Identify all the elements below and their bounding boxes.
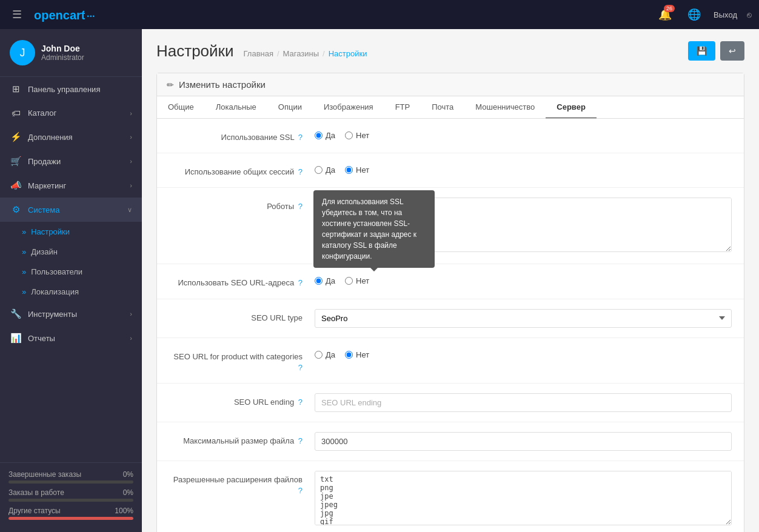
label-shared-sessions: Использование общих сессий ? xyxy=(169,163,303,178)
page-title-area: Настройки Главная / Магазины / Настройки xyxy=(156,42,367,61)
radio-seo-url-yes-input[interactable] xyxy=(315,277,323,285)
help-icon-seo-ending[interactable]: ? xyxy=(298,397,303,407)
tab-general[interactable]: Общие xyxy=(157,96,205,119)
radio-seo-cat-no-input[interactable] xyxy=(345,351,353,359)
sidebar-item-localization[interactable]: Локализация xyxy=(0,282,142,302)
settings-card: Для использования SSL убедитесь в том, ч… xyxy=(156,73,744,532)
main-content: Настройки Главная / Магазины / Настройки… xyxy=(142,29,759,532)
tab-images[interactable]: Изображения xyxy=(313,96,384,119)
radio-ssl-no[interactable]: Нет xyxy=(345,131,369,140)
breadcrumb-stores[interactable]: Магазины xyxy=(283,49,319,58)
chevron-right-icon: › xyxy=(130,310,132,318)
help-icon-ssl[interactable]: ? xyxy=(298,133,303,142)
sidebar-item-marketing[interactable]: 📣 Маркетинг › xyxy=(0,173,142,198)
help-icon-sessions[interactable]: ? xyxy=(298,167,303,176)
logout-button[interactable]: Выход xyxy=(714,10,737,19)
allowed-extensions-textarea[interactable]: txt png jpe jpeg jpg gif xyxy=(315,471,732,525)
control-use-ssl: Да Нет xyxy=(315,128,732,140)
avatar: J xyxy=(10,40,35,65)
radio-seo-url-no[interactable]: Нет xyxy=(345,276,369,285)
help-icon-seo-url[interactable]: ? xyxy=(298,278,303,287)
max-file-size-input[interactable] xyxy=(315,432,732,451)
radio-seo-cat-yes-input[interactable] xyxy=(315,351,323,359)
field-seo-url-type: SEO URL type SeoPro xyxy=(157,299,744,338)
seo-url-ending-input[interactable] xyxy=(315,393,732,412)
radio-seo-url-no-input[interactable] xyxy=(345,277,353,285)
radio-sessions-yes[interactable]: Да xyxy=(315,165,335,175)
field-max-file-size: Максимальный размер файла ? xyxy=(157,422,744,461)
label-allowed-extensions: Разрешенные расширения файлов ? xyxy=(169,471,303,496)
help-icon-robots[interactable]: ? xyxy=(298,202,303,211)
sidebar-item-label: Система xyxy=(28,205,127,214)
radio-seo-cat-yes[interactable]: Да xyxy=(315,350,335,359)
catalog-icon: 🏷 xyxy=(10,108,22,118)
sidebar-sub-label: Настройки xyxy=(31,227,70,236)
tab-fraud[interactable]: Мошенничество xyxy=(464,96,546,119)
tab-mail[interactable]: Почта xyxy=(421,96,464,119)
language-button[interactable]: 🌐 xyxy=(684,5,704,24)
stat-other-bar xyxy=(8,517,133,520)
breadcrumb: Главная / Магазины / Настройки xyxy=(244,49,367,58)
sidebar-item-system[interactable]: ⚙ Система ∨ xyxy=(0,198,142,222)
card-header: ✏ Изменить настройки xyxy=(157,73,744,96)
seo-url-type-select[interactable]: SeoPro xyxy=(315,309,732,328)
breadcrumb-sep: / xyxy=(277,49,279,58)
radio-sessions-no-input[interactable] xyxy=(345,166,353,174)
radio-group-sessions: Да Нет xyxy=(315,163,732,175)
radio-sessions-yes-input[interactable] xyxy=(315,166,323,174)
radio-ssl-no-input[interactable] xyxy=(345,131,353,139)
tools-icon: 🔧 xyxy=(10,308,22,319)
field-seo-url-categories: SEO URL for product with categories ? Да… xyxy=(157,338,744,384)
radio-group-seo-categories: Да Нет xyxy=(315,348,732,359)
ssl-tooltip: Для использования SSL убедитесь в том, ч… xyxy=(313,190,435,268)
sidebar-item-tools[interactable]: 🔧 Инструменты › xyxy=(0,302,142,326)
sidebar-item-settings[interactable]: Настройки xyxy=(0,222,142,242)
card-header-title: Изменить настройки xyxy=(179,79,266,90)
stat-other-value: 100% xyxy=(115,507,133,515)
stat-other: Другие статусы 100% xyxy=(8,507,133,520)
radio-ssl-yes[interactable]: Да xyxy=(315,131,335,140)
help-icon-extensions[interactable]: ? xyxy=(298,486,303,495)
tab-local[interactable]: Локальные xyxy=(205,96,267,119)
radio-seo-url-yes[interactable]: Да xyxy=(315,276,335,285)
notifications-button[interactable]: 🔔 26 xyxy=(655,5,675,24)
back-button[interactable]: ↩ xyxy=(720,41,744,61)
stat-other-fill xyxy=(8,517,133,520)
extensions-icon: ⚡ xyxy=(10,131,22,142)
help-icon-max-file[interactable]: ? xyxy=(298,436,303,445)
page-actions: 💾 ↩ xyxy=(688,41,744,61)
control-seo-url-ending xyxy=(315,393,732,412)
logout-arrow-icon: ⎋ xyxy=(747,10,752,19)
field-use-seo-url: Использовать SEO URL-адреса ? Да Нет xyxy=(157,264,744,299)
sidebar-item-extensions[interactable]: ⚡ Дополнения › xyxy=(0,125,142,149)
breadcrumb-home[interactable]: Главная xyxy=(244,49,273,58)
control-use-seo-url: Да Нет xyxy=(315,274,732,285)
chevron-right-icon: › xyxy=(130,133,132,141)
tab-server[interactable]: Сервер xyxy=(546,96,597,119)
save-button[interactable]: 💾 xyxy=(688,41,715,61)
radio-sessions-no[interactable]: Нет xyxy=(345,165,369,175)
sidebar-item-sales[interactable]: 🛒 Продажи › xyxy=(0,149,142,173)
sidebar-item-design[interactable]: Дизайн xyxy=(0,242,142,262)
radio-seo-cat-no[interactable]: Нет xyxy=(345,350,369,359)
sidebar-item-catalog[interactable]: 🏷 Каталог › xyxy=(0,101,142,125)
radio-ssl-yes-input[interactable] xyxy=(315,131,323,139)
sidebar-nav: ⊞ Панель управления 🏷 Каталог › ⚡ Дополн… xyxy=(0,77,142,462)
field-seo-url-ending: SEO URL ending ? xyxy=(157,384,744,422)
sidebar-stats: Завершенные заказы 0% Заказы в работе 0% xyxy=(0,462,142,532)
chevron-right-icon: › xyxy=(130,334,132,342)
sidebar-item-reports[interactable]: 📊 Отчеты › xyxy=(0,326,142,350)
tab-options[interactable]: Опции xyxy=(267,96,313,119)
radio-group-ssl: Да Нет xyxy=(315,128,732,140)
tab-ftp[interactable]: FTP xyxy=(384,96,421,119)
breadcrumb-current: Настройки xyxy=(329,49,367,58)
help-icon-seo-categories[interactable]: ? xyxy=(298,363,303,372)
menu-toggle-button[interactable]: ☰ xyxy=(7,5,27,24)
sidebar-item-users[interactable]: Пользователи xyxy=(0,262,142,282)
sidebar-item-dashboard[interactable]: ⊞ Панель управления xyxy=(0,77,142,101)
marketing-icon: 📣 xyxy=(10,180,22,191)
label-seo-url-categories: SEO URL for product with categories ? xyxy=(169,348,303,373)
sidebar-item-label: Маркетинг xyxy=(28,181,130,190)
chevron-right-icon: › xyxy=(130,110,132,117)
profile-section: J John Doe Administrator xyxy=(0,29,142,77)
